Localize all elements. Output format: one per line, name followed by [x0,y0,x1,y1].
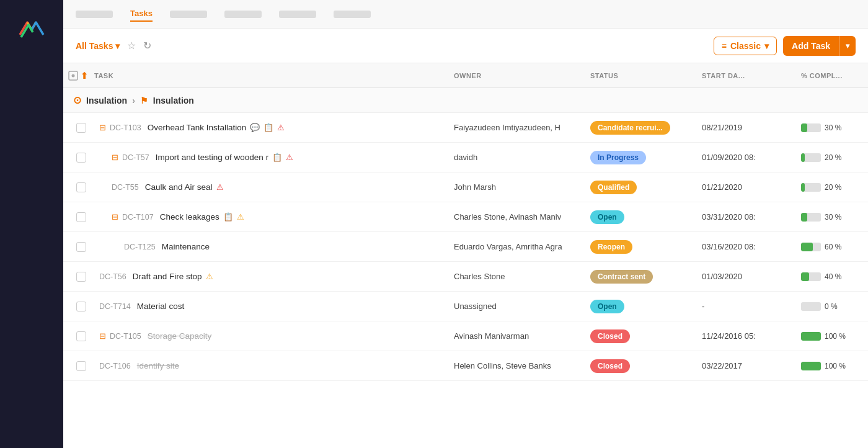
task-name-cell: ⊟ DC-T57 Import and testing of wooden r … [94,148,454,167]
list-icon: ≡ [722,41,727,51]
row-checkbox[interactable] [68,361,94,371]
group-header: ⊙ Insulation › ⚑ Insulation [63,88,868,113]
row-checkbox[interactable] [68,212,94,222]
start-date-cell: 03/22/2017 [702,361,801,370]
status-cell: Closed [590,359,702,373]
status-badge: Open [590,210,624,224]
table-row: ⊟ DC-T103 Overhead Tank Installation 💬📋⚠… [63,113,868,143]
progress-bar-fill [801,332,821,341]
task-title[interactable]: Identify site [137,361,179,370]
nav-tab-tasks[interactable]: Tasks [130,6,153,22]
row-checkbox[interactable] [68,302,94,311]
nav-placeholder-3 [224,11,262,18]
progress-label: 0 % [825,302,838,311]
progress-label: 100 % [825,332,846,341]
row-checkbox[interactable] [68,153,94,163]
checkbox-input[interactable] [76,272,86,282]
table-row: DC-T714 Material cost Unassigned Open - … [63,292,868,321]
checkbox-input[interactable] [76,123,86,133]
row-checkbox[interactable] [68,242,94,252]
refresh-icon[interactable]: ↻ [143,40,151,52]
start-date-cell: 01/09/2020 08: [702,153,801,162]
subtask-icon: ⊟ [99,331,106,341]
settings-icon[interactable] [68,71,78,81]
nav-placeholder-5 [334,11,371,18]
table-row: ⊟ DC-T105 Storage Capacity Avinash Maniv… [63,321,868,351]
group-breadcrumb-end: Insulation [153,96,194,105]
row-checkbox[interactable] [68,182,94,192]
table-row: DC-T56 Draft and Fire stop ⚠ Charles Sto… [63,262,868,292]
checkbox-input[interactable] [76,182,86,192]
classic-view-button[interactable]: ≡ Classic ▾ [714,37,777,55]
progress-bar-bg [801,243,821,251]
row-checkbox[interactable] [68,272,94,282]
collapse-icon[interactable]: ⊙ [73,94,81,106]
favorite-icon[interactable]: ☆ [127,40,136,52]
all-tasks-button[interactable]: All Tasks ▾ [76,41,120,51]
owner-cell: Helen Collins, Steve Banks [454,361,590,370]
task-title[interactable]: Storage Capacity [148,331,212,341]
sidebar [0,0,63,448]
checkbox-input[interactable] [76,153,86,163]
owner-cell: Charles Stone, Avinash Maniv [454,212,590,222]
table-row: DC-T106 Identify site Helen Collins, Ste… [63,351,868,381]
task-name-cell: DC-T125 Maintenance [94,237,454,256]
checkbox-input[interactable] [76,212,86,222]
checkbox-input[interactable] [76,361,86,371]
table-row: ⊟ DC-T107 Check leakages 📋⚠ Charles Ston… [63,202,868,232]
task-id: DC-T105 [110,332,141,341]
owner-cell: Avinash Manivarman [454,331,590,341]
row-checkbox[interactable] [68,331,94,341]
task-name-cell: DC-T56 Draft and Fire stop ⚠ [94,267,454,286]
task-id: DC-T103 [110,123,141,132]
message-icon: 💬 [250,123,260,132]
task-id: DC-T55 [112,183,139,192]
status-badge: In Progress [590,151,646,164]
checkbox-input[interactable] [76,242,86,252]
task-name-cell: ⊟ DC-T107 Check leakages 📋⚠ [94,207,454,226]
main-content: Tasks All Tasks ▾ ☆ ↻ ≡ Classic ▾ Add Ta… [63,0,868,448]
task-title[interactable]: Caulk and Air seal [145,182,213,192]
task-title[interactable]: Material cost [137,302,185,311]
add-task-dropdown-icon[interactable]: ▾ [839,37,856,55]
task-title[interactable]: Maintenance [162,242,210,251]
start-date-cell: 01/03/2020 [702,272,801,281]
header-progress: % COMPL... [801,72,863,79]
add-task-button[interactable]: Add Task ▾ [783,36,856,56]
owner-cell: Charles Stone [454,272,590,281]
task-id: DC-T57 [122,153,149,162]
table-row: ⊟ DC-T57 Import and testing of wooden r … [63,143,868,172]
row-checkbox[interactable] [68,123,94,133]
sort-icon[interactable]: ⬆ [81,71,89,81]
task-title[interactable]: Import and testing of wooden r [156,153,268,162]
subtask-icon: ⊟ [112,153,118,162]
status-badge: Contract sent [590,270,653,284]
document-icon: 📋 [272,153,282,162]
start-date-cell: 03/16/2020 08: [702,242,801,251]
app-logo[interactable] [15,11,48,47]
progress-cell: 30 % [801,123,863,132]
status-cell: Contract sent [590,270,702,284]
owner-cell: Faiyazudeen Imtiyazudeen, H [454,123,590,132]
checkbox-input[interactable] [76,302,86,311]
task-id: DC-T125 [124,243,156,251]
progress-bar-bg [801,123,821,132]
header-start-date: START DA... [702,72,801,79]
progress-bar-fill [801,213,807,222]
progress-cell: 30 % [801,213,863,222]
progress-label: 20 % [825,183,841,192]
header-status: STATUS [590,72,702,79]
checkbox-input[interactable] [76,331,86,341]
owner-cell: John Marsh [454,182,590,192]
nav-placeholder-2 [170,11,207,18]
task-title[interactable]: Draft and Fire stop [133,272,202,281]
task-id: DC-T56 [99,272,126,281]
status-cell: In Progress [590,151,702,164]
owner-cell: Unassigned [454,302,590,311]
progress-bar-bg [801,332,821,341]
task-name-cell: DC-T714 Material cost [94,297,454,316]
table-row: DC-T55 Caulk and Air seal ⚠ John Marsh Q… [63,172,868,202]
subtask-icon: ⊟ [112,212,118,222]
task-title[interactable]: Overhead Tank Installation [148,123,247,132]
task-title[interactable]: Check leakages [160,212,219,222]
